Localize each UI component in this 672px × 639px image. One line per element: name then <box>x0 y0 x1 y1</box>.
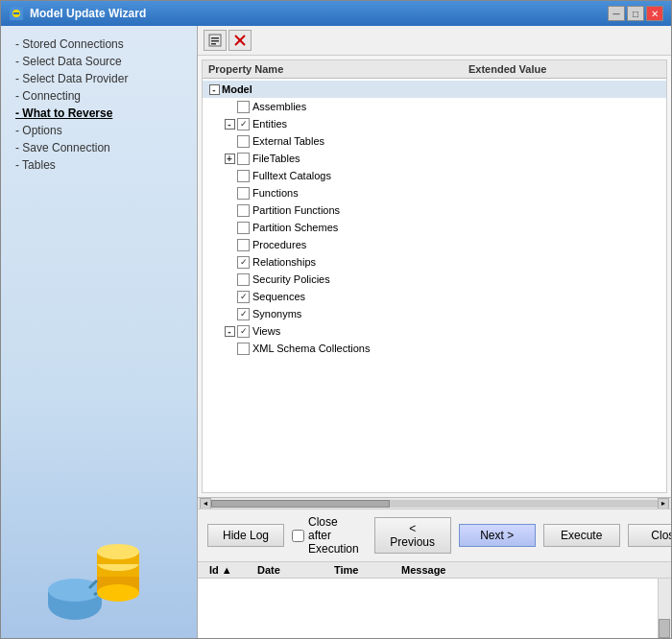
sidebar-item-tables[interactable]: - Tables <box>1 156 197 174</box>
log-col-message: Message <box>397 564 663 576</box>
sidebar-item-select-data-source[interactable]: - Select Data Source <box>1 53 197 70</box>
tree-row[interactable]: Fulltext Catalogs <box>203 167 666 184</box>
scrollbar-thumb[interactable] <box>211 500 390 508</box>
tree-row[interactable]: - ✓ Views <box>203 322 666 340</box>
tree-row[interactable]: ✓ Synonyms <box>203 305 666 322</box>
tree-item-external-tables: External Tables <box>252 135 324 147</box>
sidebar-item-options[interactable]: - Options <box>1 122 197 139</box>
tree-item-fulltext-catalogs: Fulltext Catalogs <box>252 170 331 181</box>
checkbox-security-policies[interactable] <box>237 273 250 286</box>
previous-button[interactable]: < Previous <box>374 517 451 554</box>
checkbox-entities[interactable]: ✓ <box>237 118 250 130</box>
tree-row[interactable]: Assemblies <box>203 98 666 115</box>
title-buttons: ─ □ ✕ <box>608 6 663 21</box>
svg-rect-17 <box>211 40 219 42</box>
svg-rect-16 <box>211 37 219 39</box>
tree-row[interactable]: ✓ Relationships <box>203 253 666 271</box>
tree-item-functions: Functions <box>252 187 299 199</box>
tree-row[interactable]: XML Schema Collections <box>203 340 666 357</box>
spacer-expander <box>222 185 237 201</box>
checkbox-external-tables[interactable] <box>237 135 250 148</box>
sidebar-item-save-connection[interactable]: - Save Connection <box>1 139 197 156</box>
tree-row[interactable]: Partition Functions <box>203 201 666 219</box>
log-col-id: Id ▲ <box>205 564 253 576</box>
spacer-expander <box>222 341 237 356</box>
expander-entities[interactable]: - <box>222 116 237 131</box>
spacer-expander <box>222 237 237 252</box>
spacer-expander <box>222 254 237 270</box>
tree-row[interactable]: - Model <box>203 81 666 98</box>
log-header: Id ▲ Date Time Message <box>198 562 671 579</box>
checkbox-functions[interactable] <box>237 187 250 200</box>
log-scroll-thumb[interactable] <box>659 619 670 638</box>
tree-row[interactable]: - ✓ Entities <box>203 115 666 132</box>
hide-log-button[interactable]: Hide Log <box>207 524 284 547</box>
svg-rect-2 <box>13 12 19 14</box>
tree-item-sequences: Sequences <box>252 291 305 302</box>
expander-views[interactable]: - <box>222 323 237 339</box>
tree-row[interactable]: Partition Schemes <box>203 219 666 236</box>
tree-header: Property Name Extended Value <box>203 60 666 79</box>
checkbox-views[interactable]: ✓ <box>237 325 250 338</box>
spacer-expander <box>222 168 237 183</box>
close-button[interactable]: Close <box>628 524 671 547</box>
maximize-button[interactable]: □ <box>627 6 644 21</box>
expander-filetables[interactable]: + <box>222 151 237 166</box>
expander-icon[interactable]: - <box>206 82 222 97</box>
checkbox-xml-schema[interactable] <box>237 343 250 355</box>
horizontal-scrollbar-area: ◂ ▸ <box>198 497 671 509</box>
tree-item-model: Model <box>222 83 252 95</box>
spacer-expander <box>222 272 237 287</box>
scroll-left-arrow[interactable]: ◂ <box>200 498 211 509</box>
execute-button[interactable]: Execute <box>543 524 620 547</box>
main-window: Model Update Wizard ─ □ ✕ - Stored Conne… <box>0 0 672 639</box>
log-scrollbar[interactable] <box>658 579 671 638</box>
tree-row[interactable]: External Tables <box>203 132 666 150</box>
spacer-expander <box>222 306 237 321</box>
sidebar-item-stored-connections[interactable]: - Stored Connections <box>1 36 197 53</box>
log-body[interactable] <box>198 579 671 638</box>
tree-row[interactable]: Procedures <box>203 236 666 253</box>
close-after-text: Close after Execution <box>308 515 359 556</box>
horizontal-scrollbar[interactable] <box>211 500 658 508</box>
checkbox-partition-functions[interactable] <box>237 204 250 217</box>
toolbar-btn-2[interactable] <box>228 30 252 51</box>
toolbar-btn-1[interactable] <box>204 30 227 51</box>
tree-item-xml-schema: XML Schema Collections <box>252 343 370 354</box>
checkbox-fulltext-catalogs[interactable] <box>237 170 250 182</box>
checkbox-filetables[interactable] <box>237 153 250 165</box>
svg-point-12 <box>97 544 139 559</box>
column-property-name: Property Name <box>208 63 468 75</box>
scroll-right-arrow[interactable]: ▸ <box>658 498 669 509</box>
tree-content: - Model Assemblies <box>203 79 666 359</box>
tree-item-filetables: FileTables <box>252 153 300 164</box>
sidebar-item-select-data-provider[interactable]: - Select Data Provider <box>1 70 197 87</box>
sidebar-image <box>41 532 156 628</box>
svg-line-13 <box>94 593 97 595</box>
checkbox-assemblies[interactable] <box>237 101 250 113</box>
checkbox-sequences[interactable]: ✓ <box>237 291 250 303</box>
tree-panel[interactable]: Property Name Extended Value - Model <box>202 59 667 493</box>
close-after-checkbox[interactable] <box>292 530 304 542</box>
sidebar-item-connecting[interactable]: - Connecting <box>1 87 197 105</box>
close-window-button[interactable]: ✕ <box>646 6 663 21</box>
right-panel: Property Name Extended Value - Model <box>198 26 671 638</box>
log-col-time: Time <box>330 564 397 576</box>
svg-point-8 <box>97 584 139 602</box>
tree-row[interactable]: Security Policies <box>203 271 666 288</box>
spacer-expander <box>222 133 237 149</box>
tree-item-synonyms: Synonyms <box>252 308 301 320</box>
main-content: - Stored Connections - Select Data Sourc… <box>1 26 671 638</box>
checkbox-synonyms[interactable]: ✓ <box>237 308 250 320</box>
bottom-controls: Hide Log Close after Execution < Previou… <box>198 509 671 561</box>
next-button[interactable]: Next > <box>459 524 536 547</box>
tree-row[interactable]: ✓ Sequences <box>203 288 666 305</box>
tree-row[interactable]: + FileTables <box>203 150 666 167</box>
tree-row[interactable]: Functions <box>203 184 666 201</box>
checkbox-partition-schemes[interactable] <box>237 222 250 234</box>
close-after-execution-label[interactable]: Close after Execution <box>292 515 359 556</box>
checkbox-procedures[interactable] <box>237 239 250 251</box>
sidebar-item-what-to-reverse[interactable]: - What to Reverse <box>1 105 197 122</box>
minimize-button[interactable]: ─ <box>608 6 625 21</box>
checkbox-relationships[interactable]: ✓ <box>237 256 250 269</box>
